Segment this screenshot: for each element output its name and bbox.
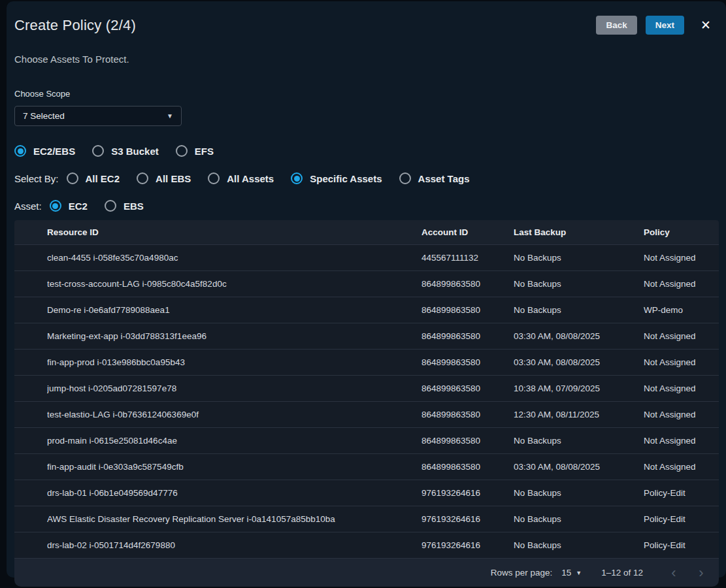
radio-option[interactable]: Asset Tags <box>399 172 470 184</box>
close-icon[interactable]: ✕ <box>699 18 713 33</box>
table-row[interactable]: prod-main i-0615e25081d46c4ae 8648998635… <box>14 428 719 454</box>
table-row[interactable]: fin-app-audit i-0e303a9c587549cfb 864899… <box>14 454 719 480</box>
table-row[interactable]: Marketing-ext-app i-03dd788313f1eea96 86… <box>14 323 719 350</box>
table-pagination: Rows per page: 15 ▼ 1–12 of 12 ‹ › <box>14 559 719 587</box>
account-id-cell: 864899863580 <box>421 410 514 419</box>
last-backup-cell: No Backups <box>514 253 644 263</box>
radio-icon <box>50 200 61 212</box>
radio-option[interactable]: EFS <box>176 145 214 157</box>
table-row[interactable]: Demo-re i-0e6afd7789088aea1 864899863580… <box>14 297 719 323</box>
rows-per-page-select[interactable]: 15 ▼ <box>561 568 582 578</box>
policy-cell: Policy-Edit <box>644 540 719 550</box>
resource-id-cell: fin-app-prod i-013e986bbc0a95b43 <box>47 357 421 367</box>
next-page-button[interactable]: › <box>693 566 710 580</box>
radio-option-label: Asset Tags <box>418 173 470 184</box>
scope-select-value: 7 Selected <box>23 111 167 121</box>
radio-option[interactable]: All EC2 <box>67 172 120 184</box>
account-id-cell: 864899863580 <box>421 331 514 341</box>
radio-option-label: All EBS <box>156 173 191 184</box>
policy-cell: Not Assigned <box>644 410 719 419</box>
scope-select[interactable]: 7 Selected ▼ <box>14 106 182 126</box>
chevron-down-icon: ▼ <box>576 570 582 576</box>
resource-id-cell: clean-4455 i-058fe35c70a4980ac <box>47 253 421 263</box>
radio-icon <box>399 172 411 184</box>
radio-icon <box>176 145 188 157</box>
last-backup-cell: 10:38 AM, 07/09/2025 <box>514 384 644 393</box>
radio-icon <box>14 145 26 157</box>
radio-option-label: EBS <box>124 201 144 212</box>
previous-page-button[interactable]: ‹ <box>665 566 682 580</box>
table-row[interactable]: jump-host i-0205ad07281597e78 8648998635… <box>14 376 719 402</box>
radio-group-select-by: Select By: All EC2 All EBS All Assets Sp… <box>7 169 726 188</box>
account-id-cell: 976193264616 <box>421 514 514 524</box>
last-backup-cell: No Backups <box>514 488 644 498</box>
radio-group-asset: Asset: EC2 EBS <box>7 197 726 215</box>
last-backup-cell: 03:30 AM, 08/08/2025 <box>514 331 644 341</box>
rows-per-page-label: Rows per page: <box>491 568 553 578</box>
radio-option[interactable]: All EBS <box>137 172 191 184</box>
resource-id-cell: prod-main i-0615e25081d46c4ae <box>47 436 421 446</box>
policy-cell: Policy-Edit <box>644 488 719 498</box>
table-row[interactable]: fin-app-prod i-013e986bbc0a95b43 8648998… <box>14 350 719 376</box>
table-row[interactable]: AWS Elastic Disaster Recovery Replicatio… <box>14 506 719 532</box>
radio-icon <box>137 172 148 184</box>
assets-table: Resource ID Account ID Last Backup Polic… <box>14 220 719 587</box>
group-label: Asset: <box>14 201 42 212</box>
policy-cell: Not Assigned <box>644 331 719 341</box>
rows-per-page-value: 15 <box>561 568 571 578</box>
policy-cell: Policy-Edit <box>644 514 719 524</box>
policy-cell: Not Assigned <box>644 253 719 263</box>
table-header-row: Resource ID Account ID Last Backup Polic… <box>14 220 719 245</box>
column-header-account-id: Account ID <box>421 227 514 237</box>
next-button[interactable]: Next <box>646 16 684 35</box>
radio-option[interactable]: Specific Assets <box>291 172 382 184</box>
account-id-cell: 864899863580 <box>421 305 514 315</box>
dialog-header: Create Policy (2/4) Back Next ✕ <box>7 1 726 35</box>
table-row[interactable]: clean-4455 i-058fe35c70a4980ac 445567111… <box>14 245 719 271</box>
last-backup-cell: No Backups <box>514 279 644 289</box>
chevron-down-icon: ▼ <box>167 112 173 120</box>
resource-id-cell: drs-lab-01 i-06b1e049569d47776 <box>47 488 421 498</box>
radio-group-asset-type: EC2/EBS S3 Bucket EFS <box>7 142 726 160</box>
radio-icon <box>105 200 116 212</box>
policy-cell: Not Assigned <box>644 436 719 446</box>
radio-option-label: EC2 <box>69 201 88 212</box>
resource-id-cell: drs-lab-02 i-0501714d4f2679880 <box>47 540 421 550</box>
radio-option[interactable]: S3 Bucket <box>92 145 159 157</box>
radio-option[interactable]: EBS <box>105 200 144 212</box>
radio-option[interactable]: All Assets <box>208 172 274 184</box>
account-id-cell: 864899863580 <box>421 384 514 393</box>
last-backup-cell: No Backups <box>514 514 644 524</box>
resource-id-cell: Marketing-ext-app i-03dd788313f1eea96 <box>47 331 421 341</box>
back-button[interactable]: Back <box>596 16 636 35</box>
create-policy-dialog: Create Policy (2/4) Back Next ✕ Choose A… <box>7 1 726 578</box>
radio-icon <box>92 145 104 157</box>
table-row[interactable]: drs-lab-01 i-06b1e049569d47776 976193264… <box>14 480 719 506</box>
scope-label: Choose Scope <box>7 89 726 99</box>
last-backup-cell: 03:30 AM, 08/08/2025 <box>514 462 644 472</box>
radio-option[interactable]: EC2 <box>50 200 88 212</box>
radio-option-label: EC2/EBS <box>33 146 75 157</box>
account-id-cell: 864899863580 <box>421 436 514 446</box>
policy-cell: Not Assigned <box>644 279 719 289</box>
account-id-cell: 976193264616 <box>421 488 514 498</box>
page-title: Create Policy (2/4) <box>14 17 596 34</box>
policy-cell: WP-demo <box>644 305 719 315</box>
radio-icon <box>291 172 303 184</box>
column-header-last-backup: Last Backup <box>514 227 644 237</box>
table-row[interactable]: drs-lab-02 i-0501714d4f2679880 976193264… <box>14 532 719 559</box>
radio-option[interactable]: EC2/EBS <box>14 145 75 157</box>
account-id-cell: 864899863580 <box>421 279 514 289</box>
last-backup-cell: No Backups <box>514 540 644 550</box>
last-backup-cell: 12:30 AM, 08/11/2025 <box>514 410 644 419</box>
resource-id-cell: test-elastio-LAG i-0b763612406369e0f <box>47 410 421 419</box>
group-label: Select By: <box>14 173 59 184</box>
account-id-cell: 864899863580 <box>421 462 514 472</box>
radio-option-label: S3 Bucket <box>111 146 159 157</box>
table-body: clean-4455 i-058fe35c70a4980ac 445567111… <box>14 245 719 559</box>
radio-option-label: Specific Assets <box>310 173 382 184</box>
table-row[interactable]: test-cross-account-LAG i-0985c80c4a5f82d… <box>14 271 719 297</box>
radio-option-label: All EC2 <box>86 173 120 184</box>
policy-cell: Not Assigned <box>644 462 719 472</box>
table-row[interactable]: test-elastio-LAG i-0b763612406369e0f 864… <box>14 402 719 428</box>
